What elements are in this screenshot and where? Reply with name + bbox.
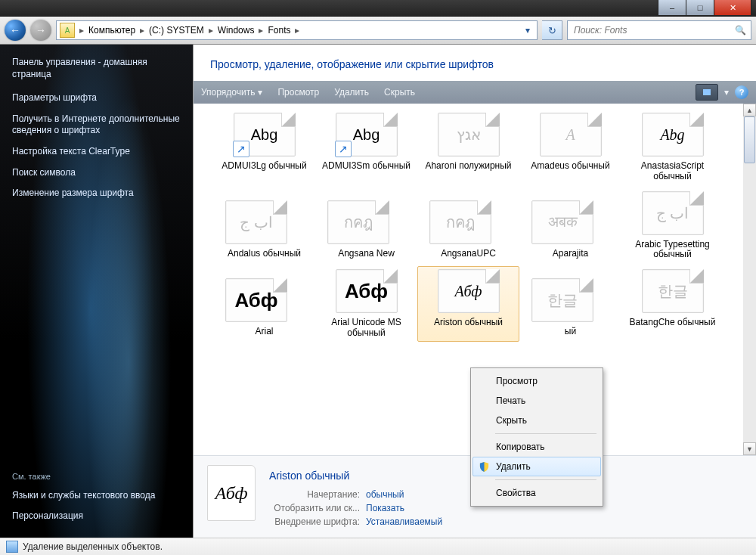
- chevron-down-icon: ▾: [258, 87, 262, 98]
- font-item[interactable]: กคฎ Angsana New: [315, 188, 417, 264]
- minimize-button[interactable]: –: [658, 0, 686, 16]
- sidebar-link[interactable]: Поиск символа: [0, 163, 193, 184]
- refresh-button[interactable]: ↻: [542, 20, 562, 40]
- breadcrumb-seg[interactable]: Компьютер: [85, 25, 138, 36]
- font-label: Aharoni полужирный: [420, 161, 516, 172]
- chevron-right-icon: ▸: [138, 25, 146, 36]
- sidebar-link[interactable]: Изменение размера шрифта: [0, 183, 193, 204]
- details-value: обычный: [366, 489, 404, 500]
- shield-icon: [478, 460, 490, 473]
- font-label: ADMUI3Lg обычный: [216, 161, 312, 172]
- sidebar-link[interactable]: Получить в Интернете дополнительные свед…: [0, 109, 193, 141]
- menu-item-label: Печать: [496, 395, 525, 406]
- chevron-right-icon: ▸: [293, 25, 301, 36]
- font-preview-tile: กคฎ: [429, 200, 491, 244]
- font-label: Arabic Typesetting обычный: [624, 240, 720, 261]
- close-button[interactable]: ✕: [714, 0, 751, 16]
- font-item[interactable]: اب ج Arabic Typesetting обычный: [621, 188, 723, 264]
- command-bar: Упорядочить ▾ Просмотр Удалить Скрыть ▾ …: [194, 81, 756, 104]
- breadcrumb-seg[interactable]: Fonts: [265, 25, 293, 36]
- font-item[interactable]: 한글 ый: [519, 266, 621, 342]
- chevron-down-icon[interactable]: ▾: [724, 87, 729, 98]
- font-label: BatangChe обычный: [624, 318, 720, 328]
- menu-separator: [495, 479, 596, 480]
- font-item[interactable]: אגץ Aharoni полужирный: [417, 110, 519, 185]
- scroll-up-icon[interactable]: ▲: [743, 104, 756, 116]
- menu-item[interactable]: Копировать: [472, 437, 601, 457]
- context-menu: ПросмотрПечатьСкрытьКопироватьУдалитьСво…: [470, 367, 603, 507]
- chevron-right-icon: ▸: [257, 25, 265, 36]
- font-label: AnastasiaScript обычный: [624, 161, 720, 182]
- details-preview-tile: Абф: [207, 465, 256, 521]
- scrollbar[interactable]: ▲ ▼: [743, 104, 756, 455]
- menu-item[interactable]: Удалить: [472, 457, 601, 476]
- details-key: Отобразить или ск...: [269, 503, 366, 513]
- details-value: Показать: [366, 503, 404, 513]
- menu-item-label: Копировать: [496, 442, 545, 452]
- font-label: Andalus обычный: [216, 249, 312, 259]
- menu-item[interactable]: Печать: [472, 391, 601, 411]
- font-preview-tile: اب ج: [642, 191, 704, 235]
- menu-item-label: Просмотр: [496, 376, 538, 386]
- font-item[interactable]: กคฎ AngsanaUPC: [417, 188, 519, 264]
- back-button[interactable]: ←: [5, 20, 26, 41]
- menu-item-label: Удалить: [496, 461, 531, 472]
- menu-item[interactable]: Скрыть: [472, 411, 601, 430]
- font-item[interactable]: Абф Arial: [213, 266, 315, 342]
- organize-button[interactable]: Упорядочить ▾: [201, 87, 262, 98]
- chevron-down-icon[interactable]: ▾: [522, 25, 534, 36]
- status-text: Удаление выделенных объектов.: [23, 541, 163, 552]
- maximize-button[interactable]: □: [686, 0, 714, 16]
- folder-icon: A: [60, 23, 75, 38]
- forward-button[interactable]: →: [30, 20, 51, 41]
- status-icon: [6, 541, 18, 553]
- font-label: ADMUI3Sm обычный: [318, 161, 414, 172]
- font-item[interactable]: अबक Aparajita: [519, 188, 621, 264]
- sidebar-footer-link[interactable]: Персонализация: [12, 506, 181, 527]
- shortcut-icon: ↗: [233, 141, 249, 157]
- font-preview-tile: 한글: [531, 278, 593, 322]
- font-label: Angsana New: [318, 249, 414, 259]
- menu-item[interactable]: Просмотр: [472, 371, 601, 391]
- details-key: Внедрение шрифта:: [269, 516, 366, 527]
- font-item[interactable]: 한글 BatangChe обычный: [621, 266, 723, 342]
- help-button[interactable]: ?: [735, 85, 748, 99]
- chevron-right-icon: ▸: [78, 25, 85, 36]
- page-title: Просмотр, удаление, отображение или скры…: [194, 45, 756, 81]
- font-item[interactable]: اب ج Andalus обычный: [213, 188, 315, 264]
- window: – □ ✕ ← → A ▸ Компьютер ▸ (С:) SYSTEM ▸ …: [0, 0, 756, 555]
- scroll-thumb[interactable]: [744, 116, 755, 163]
- search-input[interactable]: 🔍: [567, 20, 751, 40]
- font-item[interactable]: A Amadeus обычный: [519, 110, 621, 185]
- font-label: AngsanaUPC: [420, 249, 516, 259]
- menu-item[interactable]: Свойства: [472, 483, 601, 503]
- menu-item-label: Свойства: [496, 488, 536, 498]
- delete-button[interactable]: Удалить: [334, 87, 369, 98]
- font-item[interactable]: Абф Arial Unicode MS обычный: [315, 266, 417, 342]
- font-preview-tile: Abg: [642, 113, 704, 157]
- sidebar-footer-link[interactable]: Языки и службы текстового ввода: [12, 485, 181, 507]
- font-preview-tile: اب ج: [225, 200, 287, 244]
- titlebar: – □ ✕: [0, 0, 756, 17]
- preview-button[interactable]: Просмотр: [277, 87, 319, 98]
- font-item[interactable]: Abg↗ ADMUI3Lg обычный: [213, 110, 315, 185]
- breadcrumb[interactable]: A ▸ Компьютер ▸ (С:) SYSTEM ▸ Windows ▸ …: [56, 20, 538, 40]
- breadcrumb-seg[interactable]: Windows: [215, 25, 258, 36]
- scroll-down-icon[interactable]: ▼: [743, 442, 756, 455]
- sidebar-link[interactable]: Параметры шрифта: [0, 88, 193, 109]
- font-item[interactable]: Абф Ariston обычный: [417, 266, 519, 342]
- font-item[interactable]: Abg AnastasiaScript обычный: [621, 110, 723, 185]
- font-preview-tile: Абф: [336, 269, 398, 313]
- sidebar: Панель управления - домашняя страница Па…: [0, 45, 193, 538]
- view-mode-button[interactable]: [696, 84, 718, 101]
- font-preview-tile: Abg↗: [234, 113, 296, 157]
- font-label: Arial Unicode MS обычный: [318, 318, 414, 339]
- chevron-right-icon: ▸: [207, 25, 215, 36]
- sidebar-link[interactable]: Настройка текста ClearType: [0, 141, 193, 163]
- font-preview-tile: Абф: [438, 269, 500, 313]
- hide-button[interactable]: Скрыть: [384, 87, 415, 98]
- font-item[interactable]: Abg↗ ADMUI3Sm обычный: [315, 110, 417, 185]
- sidebar-title[interactable]: Панель управления - домашняя страница: [0, 54, 193, 88]
- breadcrumb-seg[interactable]: (С:) SYSTEM: [146, 25, 207, 36]
- search-field[interactable]: [572, 24, 735, 36]
